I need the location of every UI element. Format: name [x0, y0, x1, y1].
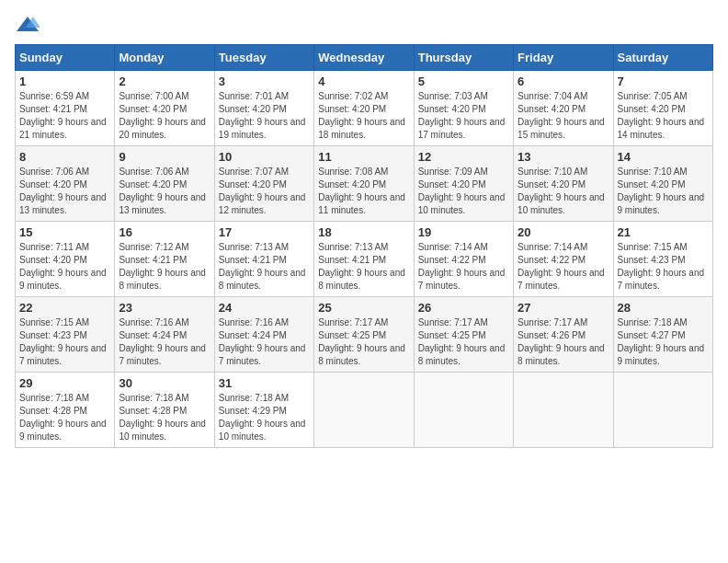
day-info: Sunrise: 7:11 AMSunset: 4:20 PMDaylight:… [19, 241, 110, 293]
day-info: Sunrise: 7:18 AMSunset: 4:28 PMDaylight:… [19, 392, 110, 443]
calendar-cell: 16Sunrise: 7:12 AMSunset: 4:21 PMDayligh… [115, 222, 214, 297]
weekday-header: Tuesday [214, 45, 313, 71]
day-number: 28 [618, 301, 709, 315]
day-info: Sunrise: 7:07 AMSunset: 4:20 PMDaylight:… [219, 166, 310, 217]
calendar-cell: 4Sunrise: 7:02 AMSunset: 4:20 PMDaylight… [314, 71, 414, 146]
weekday-header: Saturday [613, 45, 712, 71]
day-number: 23 [119, 301, 210, 315]
day-number: 20 [518, 225, 609, 239]
day-info: Sunrise: 7:16 AMSunset: 4:24 PMDaylight:… [219, 316, 310, 368]
calendar-cell: 24Sunrise: 7:16 AMSunset: 4:24 PMDayligh… [214, 297, 313, 373]
calendar-cell: 22Sunrise: 7:15 AMSunset: 4:23 PMDayligh… [16, 297, 115, 373]
calendar-cell: 14Sunrise: 7:10 AMSunset: 4:20 PMDayligh… [613, 146, 712, 222]
calendar-cell [514, 373, 613, 448]
logo-icon [15, 15, 40, 35]
day-info: Sunrise: 7:05 AMSunset: 4:20 PMDaylight:… [618, 90, 709, 142]
day-info: Sunrise: 7:18 AMSunset: 4:28 PMDaylight:… [119, 392, 210, 443]
calendar-week-row: 1Sunrise: 6:59 AMSunset: 4:21 PMDaylight… [16, 71, 713, 146]
day-info: Sunrise: 7:10 AMSunset: 4:20 PMDaylight:… [518, 166, 609, 217]
day-number: 1 [19, 75, 110, 88]
day-number: 14 [618, 150, 709, 164]
day-number: 3 [219, 75, 310, 88]
calendar-cell: 15Sunrise: 7:11 AMSunset: 4:20 PMDayligh… [16, 222, 115, 297]
day-info: Sunrise: 7:13 AMSunset: 4:21 PMDaylight:… [219, 241, 310, 293]
day-number: 27 [518, 301, 609, 315]
calendar-cell: 31Sunrise: 7:18 AMSunset: 4:29 PMDayligh… [214, 373, 313, 448]
day-number: 13 [518, 150, 609, 164]
weekday-header: Sunday [16, 45, 115, 71]
day-number: 18 [318, 225, 409, 239]
calendar-cell: 6Sunrise: 7:04 AMSunset: 4:20 PMDaylight… [514, 71, 613, 146]
day-number: 24 [219, 301, 310, 315]
day-info: Sunrise: 7:15 AMSunset: 4:23 PMDaylight:… [19, 316, 110, 368]
day-info: Sunrise: 7:14 AMSunset: 4:22 PMDaylight:… [418, 241, 509, 293]
calendar-cell: 9Sunrise: 7:06 AMSunset: 4:20 PMDaylight… [115, 146, 214, 222]
day-number: 6 [518, 75, 609, 88]
day-info: Sunrise: 7:17 AMSunset: 4:25 PMDaylight:… [318, 316, 409, 368]
weekday-header: Friday [514, 45, 613, 71]
calendar-cell [414, 373, 513, 448]
day-info: Sunrise: 7:16 AMSunset: 4:24 PMDaylight:… [119, 316, 210, 368]
day-info: Sunrise: 7:18 AMSunset: 4:27 PMDaylight:… [618, 316, 709, 368]
calendar-cell: 29Sunrise: 7:18 AMSunset: 4:28 PMDayligh… [16, 373, 115, 448]
day-number: 5 [418, 75, 509, 88]
day-info: Sunrise: 7:01 AMSunset: 4:20 PMDaylight:… [219, 90, 310, 142]
calendar-cell: 28Sunrise: 7:18 AMSunset: 4:27 PMDayligh… [613, 297, 712, 373]
calendar-cell [314, 373, 414, 448]
calendar-cell: 23Sunrise: 7:16 AMSunset: 4:24 PMDayligh… [115, 297, 214, 373]
calendar-cell: 5Sunrise: 7:03 AMSunset: 4:20 PMDaylight… [414, 71, 513, 146]
day-number: 9 [119, 150, 210, 164]
day-number: 15 [19, 225, 110, 239]
day-info: Sunrise: 7:08 AMSunset: 4:20 PMDaylight:… [318, 166, 409, 217]
day-info: Sunrise: 7:06 AMSunset: 4:20 PMDaylight:… [119, 166, 210, 217]
day-info: Sunrise: 7:09 AMSunset: 4:20 PMDaylight:… [418, 166, 509, 217]
day-number: 29 [19, 376, 110, 390]
calendar-cell: 7Sunrise: 7:05 AMSunset: 4:20 PMDaylight… [613, 71, 712, 146]
calendar-week-row: 15Sunrise: 7:11 AMSunset: 4:20 PMDayligh… [16, 222, 713, 297]
day-info: Sunrise: 7:14 AMSunset: 4:22 PMDaylight:… [518, 241, 609, 293]
day-info: Sunrise: 7:17 AMSunset: 4:25 PMDaylight:… [418, 316, 509, 368]
day-info: Sunrise: 7:06 AMSunset: 4:20 PMDaylight:… [19, 166, 110, 217]
calendar-cell: 2Sunrise: 7:00 AMSunset: 4:20 PMDaylight… [115, 71, 214, 146]
calendar-cell: 8Sunrise: 7:06 AMSunset: 4:20 PMDaylight… [16, 146, 115, 222]
day-info: Sunrise: 7:03 AMSunset: 4:20 PMDaylight:… [418, 90, 509, 142]
calendar-cell: 3Sunrise: 7:01 AMSunset: 4:20 PMDaylight… [214, 71, 313, 146]
day-number: 19 [418, 225, 509, 239]
logo [15, 15, 44, 35]
day-number: 12 [418, 150, 509, 164]
calendar-cell: 27Sunrise: 7:17 AMSunset: 4:26 PMDayligh… [514, 297, 613, 373]
day-number: 7 [618, 75, 709, 88]
day-info: Sunrise: 7:17 AMSunset: 4:26 PMDaylight:… [518, 316, 609, 368]
day-number: 25 [318, 301, 409, 315]
weekday-header: Monday [115, 45, 214, 71]
calendar-cell: 25Sunrise: 7:17 AMSunset: 4:25 PMDayligh… [314, 297, 414, 373]
day-info: Sunrise: 7:00 AMSunset: 4:20 PMDaylight:… [119, 90, 210, 142]
day-info: Sunrise: 7:04 AMSunset: 4:20 PMDaylight:… [518, 90, 609, 142]
day-info: Sunrise: 7:12 AMSunset: 4:21 PMDaylight:… [119, 241, 210, 293]
calendar-cell: 11Sunrise: 7:08 AMSunset: 4:20 PMDayligh… [314, 146, 414, 222]
day-number: 31 [219, 376, 310, 390]
weekday-header: Wednesday [314, 45, 414, 71]
calendar-cell: 20Sunrise: 7:14 AMSunset: 4:22 PMDayligh… [514, 222, 613, 297]
calendar-cell: 1Sunrise: 6:59 AMSunset: 4:21 PMDaylight… [16, 71, 115, 146]
calendar-cell: 21Sunrise: 7:15 AMSunset: 4:23 PMDayligh… [613, 222, 712, 297]
calendar-cell: 13Sunrise: 7:10 AMSunset: 4:20 PMDayligh… [514, 146, 613, 222]
calendar-week-row: 29Sunrise: 7:18 AMSunset: 4:28 PMDayligh… [16, 373, 713, 448]
calendar-week-row: 22Sunrise: 7:15 AMSunset: 4:23 PMDayligh… [16, 297, 713, 373]
weekday-header-row: SundayMondayTuesdayWednesdayThursdayFrid… [16, 45, 713, 71]
day-info: Sunrise: 7:10 AMSunset: 4:20 PMDaylight:… [618, 166, 709, 217]
day-number: 11 [318, 150, 409, 164]
day-info: Sunrise: 7:18 AMSunset: 4:29 PMDaylight:… [219, 392, 310, 443]
day-number: 16 [119, 225, 210, 239]
day-number: 8 [19, 150, 110, 164]
calendar: SundayMondayTuesdayWednesdayThursdayFrid… [15, 44, 713, 448]
day-info: Sunrise: 6:59 AMSunset: 4:21 PMDaylight:… [19, 90, 110, 142]
day-number: 2 [119, 75, 210, 88]
calendar-cell: 30Sunrise: 7:18 AMSunset: 4:28 PMDayligh… [115, 373, 214, 448]
day-number: 4 [318, 75, 409, 88]
header [15, 15, 713, 35]
day-info: Sunrise: 7:02 AMSunset: 4:20 PMDaylight:… [318, 90, 409, 142]
day-number: 17 [219, 225, 310, 239]
calendar-cell: 18Sunrise: 7:13 AMSunset: 4:21 PMDayligh… [314, 222, 414, 297]
calendar-week-row: 8Sunrise: 7:06 AMSunset: 4:20 PMDaylight… [16, 146, 713, 222]
